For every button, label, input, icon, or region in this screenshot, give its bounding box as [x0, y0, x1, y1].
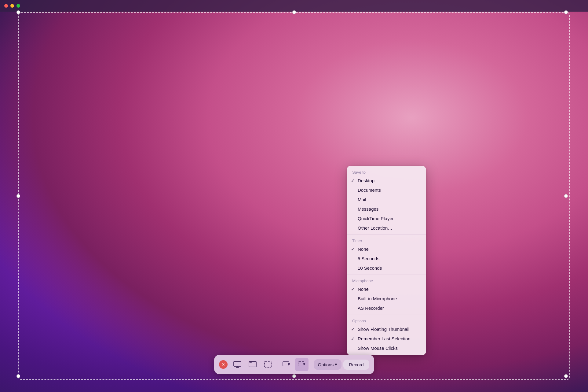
menu-item-10-seconds[interactable]: 10 Seconds	[347, 263, 426, 273]
handle-middle-right[interactable]	[564, 194, 568, 198]
checkmark-remember-selection: ✓	[351, 336, 355, 341]
menu-item-messages[interactable]: Messages	[347, 204, 426, 214]
menu-item-other-location[interactable]: Other Location…	[347, 223, 426, 233]
toolbar-divider-1	[277, 360, 277, 369]
menu-item-mic-none[interactable]: ✓ None	[347, 284, 426, 294]
screen-container: Save to ✓ Desktop Documents Mail Message…	[0, 0, 588, 392]
record-button[interactable]: Record	[343, 360, 369, 370]
svg-rect-0	[233, 361, 241, 366]
handle-top-right[interactable]	[564, 10, 568, 14]
traffic-light-maximize[interactable]	[16, 4, 20, 8]
traffic-light-close[interactable]	[4, 4, 8, 8]
handle-bottom-left[interactable]	[16, 374, 20, 378]
traffic-light-minimize[interactable]	[10, 4, 14, 8]
menu-item-remember-last-selection[interactable]: ✓ Remember Last Selection	[347, 334, 426, 343]
close-icon: ✕	[221, 362, 225, 367]
options-button[interactable]: Options ▾	[313, 359, 341, 370]
checkmark-mic-none: ✓	[351, 287, 355, 292]
toolbar-divider-2	[311, 360, 311, 369]
close-button[interactable]: ✕	[219, 360, 227, 369]
window-icon	[248, 360, 257, 369]
separator-2	[347, 275, 426, 275]
checkmark-floating-thumbnail: ✓	[351, 327, 355, 332]
menu-item-5-seconds[interactable]: 5 Seconds	[347, 254, 426, 263]
svg-point-5	[250, 362, 250, 363]
checkmark-timer-none: ✓	[351, 247, 355, 252]
handle-bottom-center[interactable]	[292, 374, 296, 378]
options-label: Options	[318, 362, 334, 367]
menu-item-timer-none[interactable]: ✓ None	[347, 244, 426, 254]
menu-item-show-floating-thumbnail[interactable]: ✓ Show Floating Thumbnail	[347, 324, 426, 334]
record-selection-icon	[297, 360, 306, 369]
handle-bottom-right[interactable]	[564, 374, 568, 378]
menu-item-built-in-mic[interactable]: Built-in Microphone	[347, 294, 426, 303]
options-header: Options	[347, 317, 426, 324]
capture-window-button[interactable]	[246, 358, 259, 371]
toolbar: ✕	[214, 355, 374, 374]
separator-3	[347, 315, 426, 315]
capture-selection-button[interactable]	[261, 358, 274, 371]
separator-1	[347, 235, 426, 235]
handle-middle-left[interactable]	[16, 194, 20, 198]
selection-capture-icon	[263, 360, 272, 369]
chevron-down-icon: ▾	[335, 362, 337, 367]
menu-item-as-recorder[interactable]: AS Recorder	[347, 303, 426, 313]
svg-rect-7	[264, 362, 271, 367]
capture-entire-screen-button[interactable]	[230, 358, 244, 371]
selection-border	[18, 12, 570, 380]
microphone-header: Microphone	[347, 277, 426, 284]
save-to-header: Save to	[347, 168, 426, 176]
window-chrome	[0, 0, 588, 12]
timer-header: Timer	[347, 237, 426, 244]
monitor-icon	[233, 360, 241, 369]
menu-item-show-mouse-clicks[interactable]: Show Mouse Clicks	[347, 343, 426, 353]
menu-item-mail[interactable]: Mail	[347, 195, 426, 204]
svg-point-6	[250, 362, 251, 363]
record-label: Record	[349, 362, 363, 367]
record-entire-screen-button[interactable]	[279, 358, 293, 371]
checkmark-desktop: ✓	[351, 178, 355, 183]
record-screen-icon	[282, 360, 290, 369]
options-dropdown-menu: Save to ✓ Desktop Documents Mail Message…	[347, 166, 426, 355]
menu-item-documents[interactable]: Documents	[347, 185, 426, 195]
handle-top-left[interactable]	[16, 10, 20, 14]
handle-top-center[interactable]	[292, 10, 296, 14]
record-selection-button[interactable]	[295, 358, 308, 371]
menu-item-quicktime[interactable]: QuickTime Player	[347, 214, 426, 223]
menu-item-desktop[interactable]: ✓ Desktop	[347, 176, 426, 185]
